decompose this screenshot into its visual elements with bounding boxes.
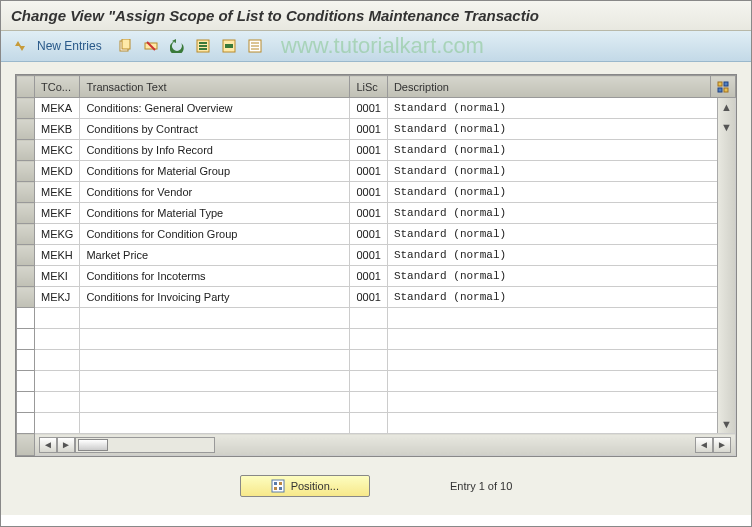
cell-tcode[interactable]: MEKF — [35, 203, 80, 224]
table-row-empty[interactable] — [17, 350, 736, 371]
table-container: TCo... Transaction Text LiSc Description… — [15, 74, 737, 457]
cell-tcode[interactable]: MEKJ — [35, 287, 80, 308]
row-selector[interactable] — [17, 140, 35, 161]
scroll-right-icon[interactable]: ► — [57, 437, 75, 453]
table-row[interactable]: MEKEConditions for Vendor0001Standard (n… — [17, 182, 736, 203]
col-lisc[interactable]: LiSc — [350, 76, 387, 98]
cell-desc[interactable]: Standard (normal) — [387, 119, 735, 140]
cell-desc[interactable]: Standard (normal) — [387, 224, 735, 245]
table-row[interactable]: MEKFConditions for Material Type0001Stan… — [17, 203, 736, 224]
cell-desc[interactable]: Standard (normal) — [387, 161, 735, 182]
cell-ttext[interactable]: Conditions for Condition Group — [80, 224, 350, 245]
row-selector[interactable] — [17, 266, 35, 287]
col-selector[interactable] — [17, 76, 35, 98]
cell-ttext[interactable]: Conditions for Material Group — [80, 161, 350, 182]
cell-lisc[interactable]: 0001 — [350, 119, 387, 140]
deselect-icon[interactable] — [244, 35, 266, 57]
cell-lisc[interactable]: 0001 — [350, 266, 387, 287]
table-row-empty[interactable] — [17, 371, 736, 392]
table-row[interactable]: MEKJConditions for Invoicing Party0001St… — [17, 287, 736, 308]
col-config-icon[interactable] — [711, 76, 736, 98]
row-selector[interactable] — [17, 119, 35, 140]
cell-ttext[interactable]: Conditions for Incoterms — [80, 266, 350, 287]
cell-ttext[interactable]: Conditions: General Overview — [80, 98, 350, 119]
table-row[interactable]: MEKIConditions for Incoterms0001Standard… — [17, 266, 736, 287]
scroll-up2-icon[interactable]: ▼ — [718, 118, 735, 136]
cell-lisc[interactable]: 0001 — [350, 98, 387, 119]
position-label: Position... — [291, 480, 339, 492]
row-selector[interactable] — [17, 245, 35, 266]
window-title: Change View "Assign Scope of List to Con… — [1, 1, 751, 31]
scroll-up-icon[interactable]: ▲ — [718, 98, 735, 116]
cell-desc[interactable]: Standard (normal) — [387, 266, 735, 287]
scroll-left-icon[interactable]: ◄ — [39, 437, 57, 453]
select-block-icon[interactable] — [218, 35, 240, 57]
svg-rect-14 — [718, 82, 722, 86]
cell-desc[interactable]: Standard (normal) — [387, 140, 735, 161]
cell-tcode[interactable]: MEKE — [35, 182, 80, 203]
cell-ttext[interactable]: Market Price — [80, 245, 350, 266]
cell-ttext[interactable]: Conditions for Vendor — [80, 182, 350, 203]
cell-ttext[interactable]: Conditions for Material Type — [80, 203, 350, 224]
select-all-icon[interactable] — [192, 35, 214, 57]
table-row[interactable]: MEKGConditions for Condition Group0001St… — [17, 224, 736, 245]
cell-ttext[interactable]: Conditions by Info Record — [80, 140, 350, 161]
row-selector[interactable] — [17, 98, 35, 119]
table-row[interactable]: MEKCConditions by Info Record0001Standar… — [17, 140, 736, 161]
cell-desc[interactable]: Standard (normal) — [387, 287, 735, 308]
cell-tcode[interactable]: MEKH — [35, 245, 80, 266]
svg-rect-16 — [718, 88, 722, 92]
h-scroll-thumb[interactable] — [78, 439, 108, 451]
row-selector[interactable] — [17, 203, 35, 224]
position-icon — [271, 479, 285, 493]
table-row[interactable]: MEKAConditions: General Overview0001Stan… — [17, 98, 736, 119]
cell-tcode[interactable]: MEKA — [35, 98, 80, 119]
row-selector[interactable] — [17, 182, 35, 203]
table-row-empty[interactable] — [17, 329, 736, 350]
cell-lisc[interactable]: 0001 — [350, 161, 387, 182]
row-selector[interactable] — [17, 161, 35, 182]
col-tcode[interactable]: TCo... — [35, 76, 80, 98]
table-row[interactable]: MEKDConditions for Material Group0001Sta… — [17, 161, 736, 182]
svg-rect-17 — [724, 88, 728, 92]
cell-tcode[interactable]: MEKC — [35, 140, 80, 161]
cell-tcode[interactable]: MEKG — [35, 224, 80, 245]
toggle-icon[interactable] — [9, 35, 31, 57]
cell-lisc[interactable]: 0001 — [350, 287, 387, 308]
table-row-empty[interactable] — [17, 413, 736, 434]
cell-lisc[interactable]: 0001 — [350, 140, 387, 161]
h-scroll-track[interactable] — [75, 437, 215, 453]
table-row[interactable]: MEKHMarket Price0001Standard (normal) — [17, 245, 736, 266]
cell-lisc[interactable]: 0001 — [350, 245, 387, 266]
scroll-right2-icon[interactable]: ► — [713, 437, 731, 453]
undo-icon[interactable] — [166, 35, 188, 57]
svg-rect-18 — [272, 480, 284, 492]
cell-desc[interactable]: Standard (normal) — [387, 98, 735, 119]
row-selector[interactable] — [17, 224, 35, 245]
scroll-left2-icon[interactable]: ◄ — [695, 437, 713, 453]
cell-lisc[interactable]: 0001 — [350, 203, 387, 224]
cell-desc[interactable]: Standard (normal) — [387, 182, 735, 203]
scroll-down-icon[interactable]: ▼ — [718, 415, 735, 433]
new-entries-button[interactable]: New Entries — [35, 39, 110, 53]
entry-count: Entry 1 of 10 — [450, 480, 512, 492]
col-ttext[interactable]: Transaction Text — [80, 76, 350, 98]
cell-lisc[interactable]: 0001 — [350, 182, 387, 203]
copy-icon[interactable] — [114, 35, 136, 57]
cell-tcode[interactable]: MEKB — [35, 119, 80, 140]
position-button[interactable]: Position... — [240, 475, 370, 497]
svg-rect-5 — [199, 42, 207, 44]
table-row-empty[interactable] — [17, 392, 736, 413]
table-row[interactable]: MEKBConditions by Contract0001Standard (… — [17, 119, 736, 140]
cell-tcode[interactable]: MEKD — [35, 161, 80, 182]
col-desc[interactable]: Description — [387, 76, 710, 98]
cell-lisc[interactable]: 0001 — [350, 224, 387, 245]
cell-desc[interactable]: Standard (normal) — [387, 203, 735, 224]
delete-row-icon[interactable] — [140, 35, 162, 57]
cell-ttext[interactable]: Conditions by Contract — [80, 119, 350, 140]
cell-tcode[interactable]: MEKI — [35, 266, 80, 287]
table-row-empty[interactable] — [17, 308, 736, 329]
cell-desc[interactable]: Standard (normal) — [387, 245, 735, 266]
cell-ttext[interactable]: Conditions for Invoicing Party — [80, 287, 350, 308]
row-selector[interactable] — [17, 287, 35, 308]
